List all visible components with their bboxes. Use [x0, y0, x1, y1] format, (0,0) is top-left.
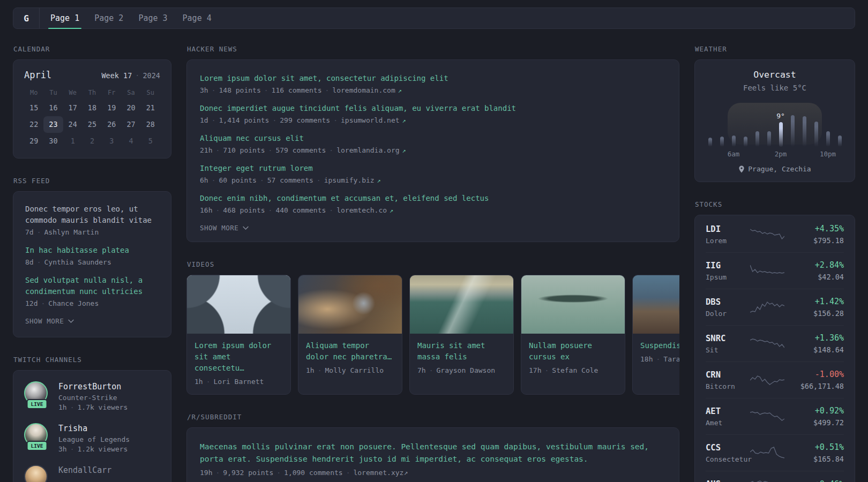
feed-item-title[interactable]: Sed volutpat nulla nisl, a condimentum n…: [25, 275, 159, 297]
twitch-channel[interactable]: LIVE Trisha League of Legends 3h·1.2k vi…: [24, 423, 160, 453]
twitch-channel-name[interactable]: Trisha: [58, 423, 130, 434]
videos-widget-label: VIDEOS: [187, 260, 679, 268]
nav-tab[interactable]: Page 3: [131, 8, 175, 28]
stock-name: Dolor: [706, 310, 746, 318]
weather-bar: [708, 138, 712, 147]
stock-row[interactable]: LDI Lorem +4.35% $795.18: [706, 216, 844, 252]
nav-tab[interactable]: Page 4: [175, 8, 219, 28]
video-meta: 18h·Tara: [640, 355, 679, 363]
calendar-day: 22: [24, 116, 43, 133]
stock-row[interactable]: IIG Ipsum +2.84% $42.04: [706, 252, 844, 289]
show-more-label: SHOW MORE: [25, 317, 64, 325]
video-card[interactable]: Lorem ipsum dolor sit amet consectetu… 1…: [186, 275, 291, 395]
feed-item-title[interactable]: Lorem ipsum dolor sit amet, consectetur …: [200, 73, 666, 84]
nav-tabs: Page 1Page 2Page 3Page 4: [43, 8, 219, 28]
weather-bar: [732, 135, 736, 147]
video-title[interactable]: Aliquam tempor dolor nec pharetra…: [306, 340, 394, 363]
video-card[interactable]: Aliquam tempor dolor nec pharetra… 1h·Mo…: [298, 275, 402, 395]
feed-item-meta: 12d·Chance Jones: [25, 299, 159, 307]
stock-row[interactable]: AHS +0.46%: [706, 471, 844, 482]
stock-change: +1.36%: [788, 333, 844, 343]
rss-widget-label: RSS FEED: [13, 177, 171, 185]
video-title[interactable]: Lorem ipsum dolor sit amet consectetu…: [194, 340, 283, 374]
twitch-widget: TWITCH CHANNELS LIVE ForrestBurton Count…: [13, 356, 171, 482]
video-meta: 17h·Stefan Cole: [529, 366, 617, 374]
stock-price: $795.18: [788, 236, 844, 245]
location-pin-icon: [738, 165, 745, 173]
weather-bar: [755, 131, 759, 147]
avatar: [24, 465, 48, 482]
weather-location: Prague, Czechia: [704, 165, 846, 173]
video-card[interactable]: Nullam posuere cursus ex 17h·Stefan Cole: [521, 275, 625, 395]
feed-item-title[interactable]: Donec tempor eros leo, ut commodo mauris…: [25, 204, 159, 226]
external-link-icon: ↗: [375, 177, 381, 184]
calendar-day: 27: [121, 116, 140, 133]
app-logo[interactable]: G: [13, 8, 39, 28]
feed-item: Aliquam nec cursus elit 21h·710 points·5…: [200, 133, 666, 154]
stock-row[interactable]: SNRC Sit +1.36% $148.64: [706, 325, 844, 362]
video-title[interactable]: Nullam posuere cursus ex: [529, 340, 617, 363]
weather-bar: [779, 122, 783, 147]
feed-item-title[interactable]: Donec imperdiet augue tincidunt felis al…: [200, 103, 666, 114]
video-card[interactable]: Mauris sit amet massa felis 7h·Grayson D…: [409, 275, 514, 395]
feed-item-title[interactable]: Integer eget rutrum lorem: [200, 163, 666, 174]
stock-row[interactable]: CRN Bitcorn -1.00% $66,171.48: [706, 362, 844, 398]
calendar-week-info: Week 17·2024: [101, 71, 160, 80]
nav-tab[interactable]: Page 2: [87, 8, 131, 28]
feed-item-title[interactable]: In hac habitasse platea: [25, 245, 159, 256]
feed-item-meta: 1d·1,414 points·299 comments·ipsumworld.…: [200, 116, 666, 124]
video-card[interactable]: Suspendisse diam 18h·Tara: [632, 275, 679, 395]
weather-bar: [720, 137, 724, 147]
stock-row[interactable]: AET Amet +0.92% $499.72: [706, 398, 844, 434]
calendar-day: 24: [63, 116, 83, 133]
right-column: WEATHER Overcast Feels like 5°C 9°: [694, 29, 855, 482]
feed-item: Lorem ipsum dolor sit amet, consectetur …: [200, 73, 666, 94]
twitch-channel[interactable]: KendallCarr: [24, 465, 160, 482]
hacker-news-widget-label: HACKER NEWS: [187, 45, 679, 53]
calendar-month: April: [24, 70, 51, 80]
calendar-day: 28: [141, 116, 160, 133]
stock-row[interactable]: DBS Dolor +1.42% $156.28: [706, 289, 844, 325]
stock-sparkline: [750, 478, 784, 482]
calendar-card: April Week 17·2024 MoTuWeThFrSaSu 151617…: [13, 59, 171, 159]
rss-widget: RSS FEED Donec tempor eros leo, ut commo…: [13, 177, 171, 337]
calendar-day: 16: [43, 100, 63, 116]
stock-symbol: AHS: [706, 479, 746, 482]
subreddit-post-title[interactable]: Maecenas mollis pulvinar erat non posuer…: [200, 441, 666, 465]
twitch-channel-name[interactable]: ForrestBurton: [58, 381, 128, 392]
stocks-widget: STOCKS LDI Lorem +4.35% $795.18 IIG Ipsu…: [694, 200, 855, 482]
weather-bar-slot: [739, 137, 751, 147]
weather-bar-slot: [798, 116, 810, 147]
weather-bar-slot: [751, 131, 763, 147]
feed-item: In hac habitasse platea 8d·Cynthia Saund…: [25, 245, 159, 266]
video-meta: 1h·Molly Carrillo: [306, 366, 394, 374]
stock-symbol: SNRC: [706, 333, 746, 344]
weather-feels-like: Feels like 5°C: [704, 84, 846, 92]
live-badge: LIVE: [27, 441, 48, 451]
calendar-weekday: Sa: [121, 89, 140, 96]
video-title[interactable]: Suspendisse diam: [640, 340, 679, 351]
weather-bars: 9°: [704, 101, 845, 147]
video-title[interactable]: Mauris sit amet massa felis: [417, 340, 506, 363]
feed-item-title[interactable]: Aliquam nec cursus elit: [200, 133, 666, 144]
external-link-icon: ↗: [400, 147, 406, 154]
feed-item: Integer eget rutrum lorem 6h·60 points·5…: [200, 163, 666, 184]
twitch-channel-name[interactable]: KendallCarr: [58, 465, 111, 476]
nav-tab[interactable]: Page 1: [43, 8, 87, 28]
current-temp-label: 9°: [776, 112, 785, 120]
hn-show-more-button[interactable]: SHOW MORE: [200, 224, 249, 232]
stock-row[interactable]: CCS Consectetur +0.51% $165.84: [706, 434, 844, 471]
twitch-channel[interactable]: LIVE ForrestBurton Counter-Strike 1h·1.7…: [24, 381, 160, 411]
feed-item-meta: 8d·Cynthia Saunders: [25, 258, 159, 266]
twitch-card: LIVE ForrestBurton Counter-Strike 1h·1.7…: [13, 370, 171, 482]
weather-bar: [744, 137, 747, 147]
feed-item-title[interactable]: Donec enim nibh, condimentum et accumsan…: [200, 193, 666, 204]
videos-row: Lorem ipsum dolor sit amet consectetu… 1…: [186, 275, 679, 395]
external-link-icon: ↗: [387, 207, 393, 214]
twitch-channel-meta: 3h·1.2k viewers: [58, 445, 130, 453]
weather-axis-label: 10pm: [820, 150, 836, 158]
external-link-icon: ↗: [400, 117, 406, 124]
subreddit-card: Maecenas mollis pulvinar erat non posuer…: [186, 427, 679, 482]
rss-show-more-button[interactable]: SHOW MORE: [25, 317, 74, 325]
calendar-day: 18: [83, 100, 102, 116]
